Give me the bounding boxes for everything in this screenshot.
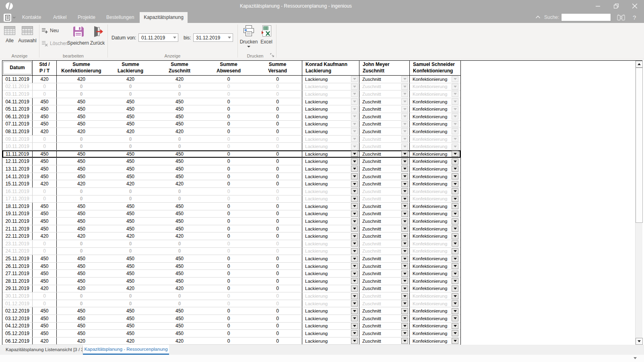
combo-dropdown-button[interactable] (351, 218, 358, 224)
assignment-combobox[interactable]: Lackierung (302, 323, 359, 330)
assignment-combobox[interactable]: Lackierung (302, 203, 359, 210)
assignment-combobox[interactable]: Zuschnitt (359, 330, 410, 337)
combo-dropdown-button[interactable] (351, 233, 358, 239)
assignment-combobox[interactable]: Zuschnitt (359, 210, 410, 218)
combo-dropdown-button[interactable] (401, 308, 408, 314)
combo-dropdown-button[interactable] (351, 226, 358, 232)
assignment-combobox[interactable]: Zuschnitt (359, 323, 410, 330)
combo-dropdown-button[interactable] (351, 248, 358, 254)
combo-dropdown-button[interactable] (452, 181, 458, 187)
print-dropdown-icon[interactable] (247, 46, 250, 47)
combo-dropdown-button[interactable] (401, 263, 408, 269)
assignment-combobox[interactable]: Lackierung (302, 158, 359, 165)
date-from-input[interactable]: 01.11.2019 (138, 33, 178, 42)
table-row[interactable]: 16.11.2019000000LackierungZuschnittKonfe… (2, 188, 460, 195)
combo-dropdown-button[interactable] (351, 286, 358, 292)
column-header[interactable]: Konrad KaufmannLackierung (302, 61, 359, 75)
table-row[interactable]: 21.11.201945045045045000LackierungZuschn… (2, 225, 460, 233)
combo-dropdown-button[interactable] (351, 315, 358, 321)
assignment-combobox[interactable]: Konfektionierung (410, 136, 460, 143)
table-row[interactable]: 05.11.201945045045045000LackierungZuschn… (2, 105, 460, 113)
assignment-combobox[interactable]: Konfektionierung (410, 76, 460, 83)
assignment-combobox[interactable]: Zuschnitt (359, 195, 410, 203)
assignment-combobox[interactable]: Zuschnitt (359, 278, 410, 285)
dialog-launcher-icon[interactable] (270, 53, 275, 58)
table-row[interactable]: 29.11.201942042042042000LackierungZuschn… (2, 285, 460, 293)
scroll-up-button[interactable] (636, 61, 643, 68)
combo-dropdown-button[interactable] (401, 106, 408, 112)
assignment-combobox[interactable]: Konfektionierung (410, 330, 460, 337)
combo-dropdown-button[interactable] (401, 84, 408, 90)
combo-dropdown-button[interactable] (452, 188, 458, 194)
assignment-combobox[interactable]: Konfektionierung (410, 143, 460, 150)
assignment-combobox[interactable]: Zuschnitt (359, 98, 410, 105)
combo-dropdown-button[interactable] (401, 173, 408, 179)
assignment-combobox[interactable]: Konfektionierung (410, 255, 460, 262)
table-row[interactable]: 06.11.201945045045045000LackierungZuschn… (2, 113, 460, 121)
tab-overflow-dropdown-icon[interactable] (634, 357, 637, 359)
combo-dropdown-button[interactable] (351, 330, 358, 336)
show-selection-button[interactable]: Auswahl (18, 25, 37, 43)
assignment-combobox[interactable]: Lackierung (302, 76, 359, 83)
combo-dropdown-button[interactable] (351, 278, 358, 284)
table-row[interactable]: 06.12.201942042042042000LackierungZuschn… (2, 337, 460, 345)
table-row[interactable]: 15.11.201942042042042000LackierungZuschn… (2, 180, 460, 188)
table-row[interactable]: 18.11.201945045045045000LackierungZuschn… (2, 203, 460, 210)
date-to-input[interactable]: 31.12.2019 (193, 33, 233, 42)
combo-dropdown-button[interactable] (452, 99, 458, 105)
combo-dropdown-button[interactable] (351, 271, 358, 277)
combo-dropdown-button[interactable] (401, 323, 408, 329)
combo-dropdown-button[interactable] (351, 84, 358, 90)
delete-button[interactable]: Löschen (41, 40, 68, 47)
table-row[interactable]: 13.11.201945045045045000LackierungZuschn… (2, 165, 460, 173)
combo-dropdown-button[interactable] (401, 315, 408, 321)
assignment-combobox[interactable]: Konfektionierung (410, 292, 460, 300)
combo-dropdown-button[interactable] (351, 338, 358, 344)
combo-dropdown-button[interactable] (351, 323, 358, 329)
combo-dropdown-button[interactable] (351, 106, 358, 112)
combo-dropdown-button[interactable] (452, 84, 458, 90)
assignment-combobox[interactable]: Konfektionierung (410, 83, 460, 90)
assignment-combobox[interactable]: Lackierung (302, 270, 359, 277)
assignment-combobox[interactable]: Zuschnitt (359, 248, 410, 255)
combo-dropdown-button[interactable] (452, 226, 458, 232)
assignment-combobox[interactable]: Lackierung (302, 315, 359, 322)
new-button[interactable]: Neu (41, 27, 59, 34)
combo-dropdown-button[interactable] (351, 144, 358, 150)
assignment-combobox[interactable]: Zuschnitt (359, 307, 410, 315)
assignment-combobox[interactable]: Konfektionierung (410, 158, 460, 165)
combo-dropdown-button[interactable] (452, 293, 458, 299)
combo-dropdown-button[interactable] (401, 144, 408, 150)
assignment-combobox[interactable]: Konfektionierung (410, 210, 460, 218)
assignment-combobox[interactable]: Zuschnitt (359, 270, 410, 277)
combo-dropdown-button[interactable] (351, 196, 358, 202)
assignment-combobox[interactable]: Lackierung (302, 255, 359, 262)
table-row[interactable]: 26.11.201945045045045000LackierungZuschn… (2, 263, 460, 270)
vertical-scrollbar[interactable] (635, 61, 642, 345)
combo-dropdown-button[interactable] (401, 136, 408, 142)
table-row[interactable]: 28.11.201945045045045000LackierungZuschn… (2, 278, 460, 285)
combo-dropdown-button[interactable] (452, 158, 458, 165)
assignment-combobox[interactable]: Zuschnitt (359, 218, 410, 225)
assignment-combobox[interactable]: Lackierung (302, 150, 359, 158)
assignment-combobox[interactable]: Lackierung (302, 165, 359, 173)
assignment-combobox[interactable]: Konfektionierung (410, 232, 460, 240)
assignment-combobox[interactable]: Zuschnitt (359, 263, 410, 270)
assignment-combobox[interactable]: Zuschnitt (359, 150, 410, 158)
combo-dropdown-button[interactable] (452, 278, 458, 284)
combo-dropdown-button[interactable] (351, 308, 358, 314)
combo-dropdown-button[interactable] (401, 203, 408, 209)
combo-dropdown-button[interactable] (401, 99, 408, 105)
combo-dropdown-button[interactable] (452, 91, 458, 97)
dropdown-arrow-icon[interactable] (171, 37, 178, 39)
table-row[interactable]: 10.11.2019000000LackierungZuschnittKonfe… (2, 143, 460, 150)
combo-dropdown-button[interactable] (452, 330, 458, 336)
combo-dropdown-button[interactable] (351, 188, 358, 194)
menu-tab-kapazitätsplanung[interactable]: Kapazitätsplanung (140, 12, 188, 23)
assignment-combobox[interactable]: Lackierung (302, 240, 359, 247)
combo-dropdown-button[interactable] (401, 278, 408, 284)
excel-export-button[interactable]: Excel (258, 25, 275, 45)
assignment-combobox[interactable]: Zuschnitt (359, 203, 410, 210)
combo-dropdown-button[interactable] (351, 113, 358, 119)
assignment-combobox[interactable]: Lackierung (302, 232, 359, 240)
